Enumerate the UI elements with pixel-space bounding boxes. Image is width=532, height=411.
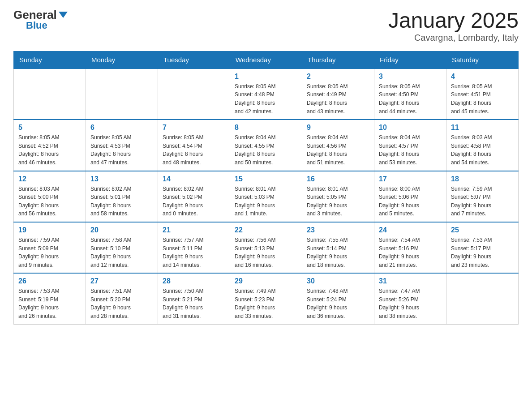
logo-blue-line: Blue [13,21,47,30]
day-of-week-header: Tuesday [158,51,230,68]
day-info: Sunrise: 7:58 AM Sunset: 5:10 PM Dayligh… [90,236,153,269]
day-number: 7 [163,124,225,132]
day-info: Sunrise: 8:03 AM Sunset: 4:58 PM Dayligh… [451,133,514,167]
day-of-week-header: Sunday [14,51,86,68]
day-info: Sunrise: 7:50 AM Sunset: 5:21 PM Dayligh… [163,287,225,320]
day-number: 30 [307,277,369,285]
day-info: Sunrise: 8:01 AM Sunset: 5:03 PM Dayligh… [235,185,297,218]
calendar-day-cell [446,273,519,324]
day-info: Sunrise: 7:59 AM Sunset: 5:07 PM Dayligh… [451,185,514,218]
days-of-week-row: SundayMondayTuesdayWednesdayThursdayFrid… [14,51,519,68]
day-number: 12 [18,175,81,183]
day-info: Sunrise: 8:00 AM Sunset: 5:06 PM Dayligh… [379,185,442,218]
calendar-day-cell: 29Sunrise: 7:49 AM Sunset: 5:23 PM Dayli… [230,273,302,324]
calendar-day-cell: 3Sunrise: 8:05 AM Sunset: 4:50 PM Daylig… [374,68,446,120]
calendar-day-cell: 4Sunrise: 8:05 AM Sunset: 4:51 PM Daylig… [446,68,519,120]
day-number: 14 [163,175,225,183]
day-number: 9 [307,124,369,132]
day-number: 15 [235,175,297,183]
day-info: Sunrise: 8:02 AM Sunset: 5:02 PM Dayligh… [163,185,225,218]
logo-general-line: General [13,9,68,21]
calendar-day-cell: 12Sunrise: 8:03 AM Sunset: 5:00 PM Dayli… [14,171,86,222]
calendar-day-cell: 25Sunrise: 7:53 AM Sunset: 5:17 PM Dayli… [446,222,519,273]
day-number: 5 [18,124,81,132]
calendar-day-cell: 24Sunrise: 7:54 AM Sunset: 5:16 PM Dayli… [374,222,446,273]
calendar-body: 1Sunrise: 8:05 AM Sunset: 4:48 PM Daylig… [14,68,519,324]
day-info: Sunrise: 7:55 AM Sunset: 5:14 PM Dayligh… [307,236,369,269]
day-of-week-header: Monday [86,51,158,68]
calendar-week-row: 5Sunrise: 8:05 AM Sunset: 4:52 PM Daylig… [14,120,519,171]
day-of-week-header: Wednesday [230,51,302,68]
day-info: Sunrise: 8:01 AM Sunset: 5:05 PM Dayligh… [307,185,369,218]
calendar-day-cell: 14Sunrise: 8:02 AM Sunset: 5:02 PM Dayli… [158,171,230,222]
day-info: Sunrise: 7:54 AM Sunset: 5:16 PM Dayligh… [379,236,442,269]
day-info: Sunrise: 7:51 AM Sunset: 5:20 PM Dayligh… [90,287,153,320]
calendar-day-cell: 31Sunrise: 7:47 AM Sunset: 5:26 PM Dayli… [374,273,446,324]
day-number: 24 [379,226,442,234]
day-info: Sunrise: 8:05 AM Sunset: 4:54 PM Dayligh… [163,133,225,167]
day-number: 13 [90,175,153,183]
calendar-week-row: 19Sunrise: 7:59 AM Sunset: 5:09 PM Dayli… [14,222,519,273]
calendar-day-cell: 5Sunrise: 8:05 AM Sunset: 4:52 PM Daylig… [14,120,86,171]
calendar-day-cell [86,68,158,120]
calendar-day-cell [158,68,230,120]
day-info: Sunrise: 8:05 AM Sunset: 4:52 PM Dayligh… [18,133,81,167]
calendar-day-cell: 8Sunrise: 8:04 AM Sunset: 4:55 PM Daylig… [230,120,302,171]
calendar-week-row: 1Sunrise: 8:05 AM Sunset: 4:48 PM Daylig… [14,68,519,120]
day-number: 4 [451,73,514,81]
day-info: Sunrise: 8:03 AM Sunset: 5:00 PM Dayligh… [18,185,81,218]
day-of-week-header: Saturday [446,51,519,68]
day-info: Sunrise: 7:57 AM Sunset: 5:11 PM Dayligh… [163,236,225,269]
day-number: 3 [379,73,442,81]
calendar-week-row: 12Sunrise: 8:03 AM Sunset: 5:00 PM Dayli… [14,171,519,222]
calendar-day-cell: 21Sunrise: 7:57 AM Sunset: 5:11 PM Dayli… [158,222,230,273]
day-info: Sunrise: 7:53 AM Sunset: 5:17 PM Dayligh… [451,236,514,269]
calendar-day-cell: 10Sunrise: 8:04 AM Sunset: 4:57 PM Dayli… [374,120,446,171]
day-number: 1 [235,73,297,81]
day-info: Sunrise: 7:56 AM Sunset: 5:13 PM Dayligh… [235,236,297,269]
calendar-day-cell: 23Sunrise: 7:55 AM Sunset: 5:14 PM Dayli… [302,222,374,273]
calendar-day-cell: 2Sunrise: 8:05 AM Sunset: 4:49 PM Daylig… [302,68,374,120]
calendar-day-cell: 9Sunrise: 8:04 AM Sunset: 4:56 PM Daylig… [302,120,374,171]
calendar-day-cell: 1Sunrise: 8:05 AM Sunset: 4:48 PM Daylig… [230,68,302,120]
day-number: 20 [90,226,153,234]
calendar-day-cell: 6Sunrise: 8:05 AM Sunset: 4:53 PM Daylig… [86,120,158,171]
calendar-day-cell: 26Sunrise: 7:53 AM Sunset: 5:19 PM Dayli… [14,273,86,324]
day-number: 10 [379,124,442,132]
calendar-subtitle: Cavargna, Lombardy, Italy [388,33,519,43]
day-info: Sunrise: 8:05 AM Sunset: 4:48 PM Dayligh… [235,82,297,116]
calendar-header: SundayMondayTuesdayWednesdayThursdayFrid… [14,51,519,68]
calendar-day-cell: 18Sunrise: 7:59 AM Sunset: 5:07 PM Dayli… [446,171,519,222]
calendar-day-cell: 27Sunrise: 7:51 AM Sunset: 5:20 PM Dayli… [86,273,158,324]
page-header: General Blue January 2025 Cavargna, Lomb… [13,9,519,43]
day-number: 26 [18,277,81,285]
logo: General Blue [13,9,68,30]
logo-triangle-icon [59,12,68,18]
day-number: 27 [90,277,153,285]
day-info: Sunrise: 7:48 AM Sunset: 5:24 PM Dayligh… [307,287,369,320]
day-number: 21 [163,226,225,234]
day-number: 23 [307,226,369,234]
day-info: Sunrise: 8:04 AM Sunset: 4:55 PM Dayligh… [235,133,297,167]
calendar-day-cell: 11Sunrise: 8:03 AM Sunset: 4:58 PM Dayli… [446,120,519,171]
day-info: Sunrise: 8:05 AM Sunset: 4:53 PM Dayligh… [90,133,153,167]
day-number: 31 [379,277,442,285]
calendar-day-cell: 20Sunrise: 7:58 AM Sunset: 5:10 PM Dayli… [86,222,158,273]
day-of-week-header: Thursday [302,51,374,68]
day-number: 25 [451,226,514,234]
day-info: Sunrise: 7:49 AM Sunset: 5:23 PM Dayligh… [235,287,297,320]
day-number: 2 [307,73,369,81]
day-of-week-header: Friday [374,51,446,68]
calendar-day-cell: 22Sunrise: 7:56 AM Sunset: 5:13 PM Dayli… [230,222,302,273]
calendar-day-cell: 17Sunrise: 8:00 AM Sunset: 5:06 PM Dayli… [374,171,446,222]
title-block: January 2025 Cavargna, Lombardy, Italy [388,9,519,43]
day-info: Sunrise: 8:05 AM Sunset: 4:49 PM Dayligh… [307,82,369,116]
calendar-day-cell: 30Sunrise: 7:48 AM Sunset: 5:24 PM Dayli… [302,273,374,324]
calendar-day-cell: 16Sunrise: 8:01 AM Sunset: 5:05 PM Dayli… [302,171,374,222]
calendar-day-cell: 13Sunrise: 8:02 AM Sunset: 5:01 PM Dayli… [86,171,158,222]
day-info: Sunrise: 8:04 AM Sunset: 4:57 PM Dayligh… [379,133,442,167]
day-number: 8 [235,124,297,132]
calendar-table: SundayMondayTuesdayWednesdayThursdayFrid… [13,51,519,325]
day-number: 18 [451,175,514,183]
calendar-day-cell: 15Sunrise: 8:01 AM Sunset: 5:03 PM Dayli… [230,171,302,222]
